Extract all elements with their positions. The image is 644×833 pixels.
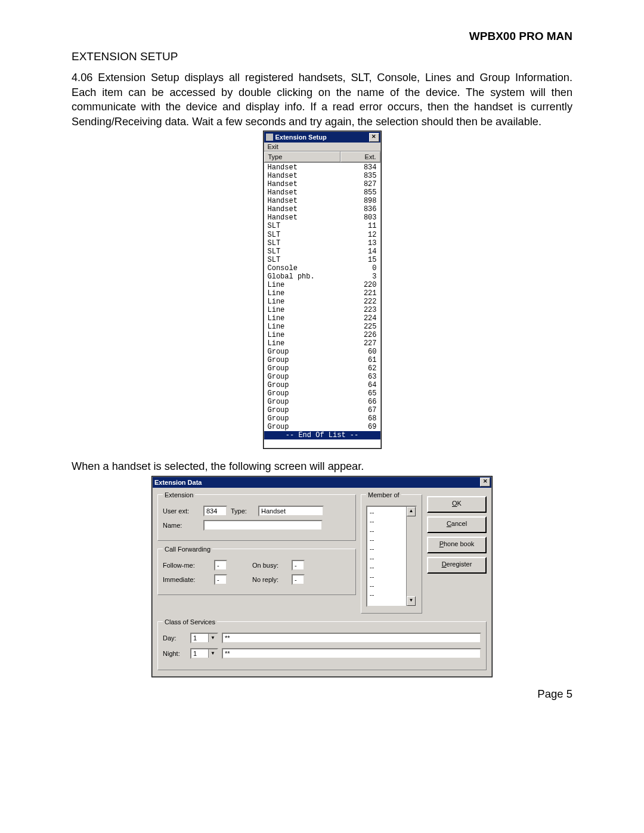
table-row[interactable]: Group64: [264, 381, 380, 389]
phonebook-button[interactable]: Phone book: [427, 537, 487, 553]
type-field[interactable]: Handset: [258, 506, 324, 516]
table-row[interactable]: SLT11: [264, 222, 380, 230]
immediate-field[interactable]: -: [214, 574, 227, 585]
cell-ext: 68: [339, 414, 377, 423]
onbusy-label: On busy:: [252, 562, 288, 569]
cell-ext: 835: [339, 172, 377, 180]
scroll-up-icon[interactable]: ▲: [407, 507, 416, 516]
cell-type: Line: [268, 339, 339, 348]
table-row[interactable]: Line225: [264, 323, 380, 331]
scroll-down-icon[interactable]: ▼: [407, 596, 416, 606]
close-icon[interactable]: ✕: [480, 478, 490, 487]
paragraph-406: 4.06 Extension Setup displays all regist…: [72, 70, 572, 129]
deregister-button[interactable]: Deregister: [427, 557, 487, 574]
table-row[interactable]: SLT12: [264, 231, 380, 239]
cell-ext: 15: [339, 256, 377, 264]
menu-exit[interactable]: Exit: [268, 143, 278, 150]
cell-ext: 0: [339, 264, 377, 272]
cell-ext: 60: [339, 348, 377, 356]
table-row[interactable]: Console0: [264, 264, 380, 272]
day-value: 1: [191, 634, 208, 642]
followme-field[interactable]: -: [214, 560, 227, 571]
chevron-down-icon[interactable]: ▼: [208, 649, 217, 658]
extension-group: Extension User ext: 834 Type: Handset Na…: [157, 491, 356, 541]
extension-list[interactable]: Handset834Handset835Handset827Handset855…: [264, 162, 380, 448]
night-dropdown[interactable]: 1 ▼: [190, 648, 218, 659]
call-forwarding-group: Call Forwarding Follow-me: - On busy: - …: [157, 546, 356, 595]
day-label: Day:: [163, 634, 187, 642]
table-row[interactable]: Group68: [264, 414, 380, 423]
extension-setup-window: Extension Setup ✕ Exit Type Ext. Handset…: [264, 131, 381, 448]
chevron-down-icon[interactable]: ▼: [208, 634, 217, 642]
cell-ext: 855: [339, 188, 377, 197]
table-row[interactable]: Handset855: [264, 188, 380, 197]
cell-type: Group: [268, 356, 339, 364]
table-row[interactable]: SLT14: [264, 247, 380, 256]
table-row[interactable]: Group63: [264, 373, 380, 381]
table-row[interactable]: Line221: [264, 289, 380, 298]
close-icon[interactable]: ✕: [369, 133, 379, 142]
night-label: Night:: [163, 650, 187, 657]
table-row[interactable]: Handset835: [264, 172, 380, 180]
cell-ext: 11: [339, 222, 377, 230]
table-row[interactable]: Line223: [264, 306, 380, 314]
table-row[interactable]: Line226: [264, 331, 380, 339]
table-row[interactable]: Line227: [264, 339, 380, 348]
titlebar[interactable]: Extension Setup ✕: [264, 132, 380, 143]
extension-data-window: Extension Data ✕ Extension User ext: 834…: [152, 476, 492, 677]
table-row[interactable]: Group60: [264, 348, 380, 356]
cell-ext: 61: [339, 356, 377, 364]
table-row[interactable]: Handset836: [264, 205, 380, 213]
scrollbar[interactable]: ▲ ▼: [406, 507, 416, 606]
table-row[interactable]: Group66: [264, 398, 380, 406]
table-row[interactable]: Handset898: [264, 197, 380, 205]
table-row[interactable]: Handset827: [264, 180, 380, 188]
table-row[interactable]: Line224: [264, 314, 380, 323]
cell-type: Handset: [268, 163, 339, 172]
table-row[interactable]: SLT13: [264, 239, 380, 247]
titlebar[interactable]: Extension Data ✕: [153, 477, 491, 488]
cell-type: Group: [268, 373, 339, 381]
cell-type: Handset: [268, 180, 339, 188]
col-header-ext[interactable]: Ext.: [340, 151, 380, 162]
noreply-field[interactable]: -: [292, 574, 305, 585]
cell-type: Group: [268, 381, 339, 389]
immediate-label: Immediate:: [163, 576, 210, 583]
table-row[interactable]: Handset803: [264, 213, 380, 222]
window-title: Extension Data: [154, 479, 202, 486]
cell-type: Handset: [268, 205, 339, 213]
table-row[interactable]: Group65: [264, 389, 380, 398]
member-of-group: Member of -------------------- ▲ ▼: [361, 491, 422, 614]
name-field[interactable]: [203, 520, 323, 531]
table-row[interactable]: Global phb.3: [264, 272, 380, 281]
table-row[interactable]: Group61: [264, 356, 380, 364]
cell-type: Line: [268, 281, 339, 289]
cell-ext: 65: [339, 389, 377, 398]
userext-field[interactable]: 834: [203, 506, 227, 516]
day-detail-field[interactable]: **: [222, 633, 481, 643]
cell-ext: 220: [339, 281, 377, 289]
cell-type: Console: [268, 264, 339, 272]
day-dropdown[interactable]: 1 ▼: [190, 633, 218, 643]
memberof-list[interactable]: -------------------- ▲ ▼: [366, 506, 417, 607]
table-row[interactable]: Line220: [264, 281, 380, 289]
table-row[interactable]: Handset834: [264, 163, 380, 172]
cell-type: SLT: [268, 239, 339, 247]
cell-ext: 834: [339, 163, 377, 172]
cell-type: Line: [268, 289, 339, 298]
table-row[interactable]: Group67: [264, 406, 380, 414]
night-detail-field[interactable]: **: [222, 648, 481, 659]
name-label: Name:: [163, 522, 200, 529]
app-icon: [266, 134, 273, 141]
noreply-label: No reply:: [252, 576, 288, 583]
ok-button[interactable]: OK: [427, 496, 487, 513]
table-row[interactable]: SLT15: [264, 256, 380, 264]
col-header-type[interactable]: Type: [264, 151, 340, 162]
onbusy-field[interactable]: -: [292, 560, 305, 571]
end-of-list: -- End Of List --: [264, 431, 380, 439]
table-row[interactable]: Group69: [264, 423, 380, 431]
table-row[interactable]: Line222: [264, 298, 380, 306]
cell-ext: 221: [339, 289, 377, 298]
table-row[interactable]: Group62: [264, 364, 380, 373]
cancel-button[interactable]: Cancel: [427, 516, 487, 533]
